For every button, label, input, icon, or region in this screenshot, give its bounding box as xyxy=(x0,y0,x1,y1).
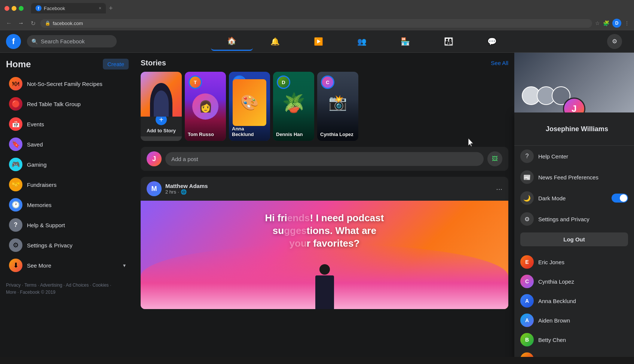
sidebar-item-settings[interactable]: ⚙ Settings & Privacy xyxy=(3,235,132,255)
footer-text: Privacy · Terms · Advertising · Ad Choic… xyxy=(6,283,111,295)
stories-header: Stories See All xyxy=(141,59,508,67)
cookies-link[interactable]: Cookies xyxy=(92,283,108,288)
saved-icon: 🔖 xyxy=(9,138,22,151)
search-bar[interactable]: 🔍 Search Facebook xyxy=(27,35,117,47)
dropdown-settings[interactable]: ⚙ Settings and Privacy xyxy=(514,209,634,229)
nav-groups-btn[interactable]: 👨‍👩‍👧 xyxy=(428,32,470,51)
marketplace-icon: 🏪 xyxy=(401,37,410,46)
nav-video-btn[interactable]: ▶️ xyxy=(298,32,340,51)
sidebar-item-see-more[interactable]: ⬇ See More ▾ xyxy=(3,256,132,275)
sidebar-item-gaming[interactable]: 🎮 Gaming xyxy=(3,155,132,174)
minimize-window-btn[interactable] xyxy=(12,6,16,11)
sidebar-label-help: Help & Support xyxy=(27,222,65,228)
contact-name-eric: Eric Jones xyxy=(538,259,564,265)
post-image-overlay: Hi friends! I need podcast suggestions. … xyxy=(141,212,508,250)
settings-gear-btn[interactable]: ⚙ xyxy=(607,34,622,49)
reload-btn[interactable]: ↻ xyxy=(28,19,37,28)
fundraisers-icon: 🤝 xyxy=(9,178,22,191)
terms-link[interactable]: Terms xyxy=(24,283,37,288)
bookmark-btn[interactable]: ☆ xyxy=(595,20,600,26)
sidebar-item-help[interactable]: ? Help & Support xyxy=(3,215,132,235)
contact-anna[interactable]: A Anna Becklund xyxy=(520,291,628,311)
contact-avatar-dan: D xyxy=(520,352,534,357)
close-window-btn[interactable] xyxy=(4,6,9,11)
dropdown-news-feed[interactable]: 📰 News Feed Preferences xyxy=(514,167,634,188)
user-post-avatar: J xyxy=(147,151,162,166)
create-btn[interactable]: Create xyxy=(103,59,129,70)
toggle-knob xyxy=(620,194,627,202)
story-label-cynthia: Cynthia Lopez xyxy=(320,132,355,137)
red-table-icon: 🔴 xyxy=(9,97,22,111)
dropdown-help-center[interactable]: ? Help Center xyxy=(514,146,634,167)
sidebar-item-memories[interactable]: 🕐 Memories xyxy=(3,195,132,215)
contact-eric[interactable]: E Eric Jones xyxy=(520,252,628,272)
add-photo-btn[interactable]: 🖼 xyxy=(487,151,502,166)
messenger-icon: 💬 xyxy=(487,37,497,46)
fb-header: f 🔍 Search Facebook 🏠 🔔 ▶️ 👥 🏪 👨‍👩‍� xyxy=(0,30,634,53)
dropdown-settings-label: Settings and Privacy xyxy=(538,216,589,222)
dark-mode-icon: 🌙 xyxy=(520,191,534,205)
fb-header-right: ⚙ xyxy=(607,34,628,49)
copyright-text: Facebook © 2019 xyxy=(20,290,55,295)
nav-messenger-btn[interactable]: 💬 xyxy=(471,32,513,51)
sidebar-label-settings: Settings & Privacy xyxy=(27,242,73,249)
post-card: M Matthew Adams 2 hrs · 🌐 ··· xyxy=(141,177,508,309)
sidebar-item-family-recipes[interactable]: 🍽 Not-So-Secret Family Recipes xyxy=(3,74,132,93)
browser-profile-btn[interactable]: D xyxy=(612,19,621,28)
memories-icon: 🕐 xyxy=(9,198,22,212)
logout-btn[interactable]: Log Out xyxy=(520,232,628,246)
create-post-input[interactable]: Add a post xyxy=(165,152,484,166)
sidebar-label-memories: Memories xyxy=(27,202,52,208)
sidebar-item-saved[interactable]: 🔖 Saved xyxy=(3,135,132,154)
story-card-anna[interactable]: A 🎨 Anna Becklund xyxy=(229,72,270,141)
story-card-cynthia[interactable]: C 📸 Cynthia Lopez xyxy=(317,72,358,141)
post-more-btn[interactable]: ··· xyxy=(496,185,502,193)
add-story-card[interactable]: + Add to Story xyxy=(141,72,182,141)
dropdown-user-info[interactable]: Josephine Williams xyxy=(514,115,634,146)
nav-friends-btn[interactable]: 👥 xyxy=(341,32,383,51)
story-card-tom[interactable]: T 👩 Tom Russo xyxy=(185,72,226,141)
nav-bell-btn[interactable]: 🔔 xyxy=(254,32,296,51)
more-link[interactable]: More xyxy=(6,290,16,295)
forward-btn[interactable]: → xyxy=(16,19,25,28)
story-card-dennis[interactable]: D 🪴 Dennis Han xyxy=(273,72,314,141)
post-author-name[interactable]: Matthew Adams xyxy=(165,183,492,189)
video-icon: ▶️ xyxy=(314,37,323,46)
dark-mode-toggle-switch[interactable] xyxy=(612,194,628,203)
fb-logo[interactable]: f xyxy=(6,34,21,49)
post-dot: · xyxy=(178,189,179,195)
contact-avatar-betty: B xyxy=(520,333,534,346)
tab-close-btn[interactable]: × xyxy=(99,6,101,11)
address-bar[interactable]: 🔒 facebook.com xyxy=(40,19,592,28)
fb-sidebar: Home Create 🍽 Not-So-Secret Family Recip… xyxy=(0,53,135,357)
browser-tab-facebook[interactable]: f Facebook × xyxy=(31,3,106,13)
sidebar-item-fundraisers[interactable]: 🤝 Fundraisers xyxy=(3,175,132,194)
contact-dan[interactable]: D Dan Brown xyxy=(520,349,628,357)
advertising-link[interactable]: Advertising xyxy=(40,283,62,288)
browser-chrome: f Facebook × + ← → ↻ 🔒 facebook.com ☆ 🧩 … xyxy=(0,0,634,30)
extensions-btn[interactable]: 🧩 xyxy=(603,20,609,26)
sidebar-label-see-more: See More xyxy=(27,262,51,269)
nav-marketplace-btn[interactable]: 🏪 xyxy=(385,32,426,51)
see-all-btn[interactable]: See All xyxy=(491,60,508,66)
contact-aiden[interactable]: A Aiden Brown xyxy=(520,311,628,330)
gaming-icon: 🎮 xyxy=(9,158,22,171)
ad-choices-link[interactable]: Ad Choices xyxy=(66,283,89,288)
back-btn[interactable]: ← xyxy=(4,19,13,28)
contact-cynthia[interactable]: C Cynthia Lopez xyxy=(520,272,628,291)
nav-home-btn[interactable]: 🏠 xyxy=(211,32,253,51)
fb-logo-area: f xyxy=(6,34,27,49)
maximize-window-btn[interactable] xyxy=(19,6,24,11)
contact-betty[interactable]: B Betty Chen xyxy=(520,330,628,349)
sidebar-item-red-table[interactable]: 🔴 Red Table Talk Group xyxy=(3,94,132,114)
menu-btn[interactable]: ⋮ xyxy=(624,20,630,26)
new-tab-btn[interactable]: + xyxy=(109,4,113,12)
dropdown-dark-mode[interactable]: 🌙 Dark Mode xyxy=(514,188,634,209)
sidebar-item-events[interactable]: 📅 Events xyxy=(3,114,132,134)
contact-avatar-anna: A xyxy=(520,294,534,308)
contact-name-cynthia: Cynthia Lopez xyxy=(538,278,574,285)
privacy-link[interactable]: Privacy xyxy=(6,283,21,288)
post-header: M Matthew Adams 2 hrs · 🌐 ··· xyxy=(141,177,508,201)
add-story-label: Add to Story xyxy=(147,128,176,133)
create-post-box: J Add a post 🖼 xyxy=(141,147,508,171)
